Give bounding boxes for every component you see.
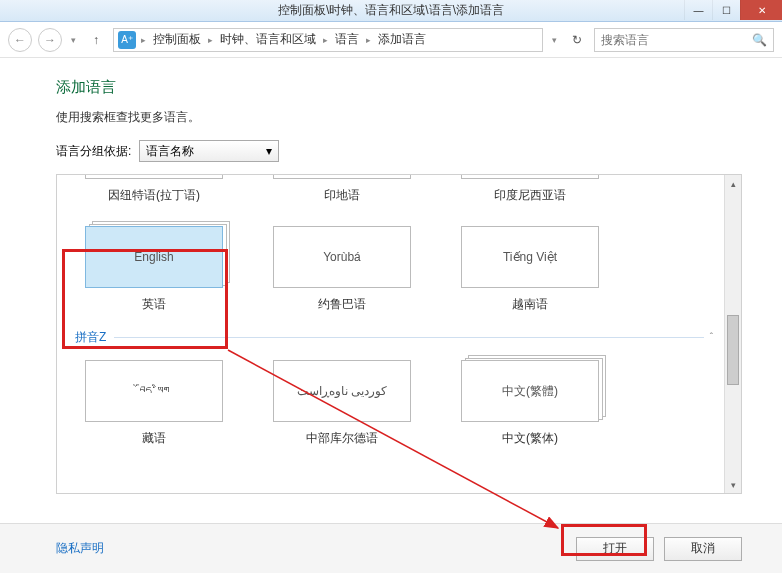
language-label: 英语 (142, 296, 166, 313)
privacy-link[interactable]: 隐私声明 (56, 540, 104, 557)
language-native-name: Tiếng Việt (503, 250, 557, 264)
language-native-name: English (134, 250, 173, 264)
language-native-name: کوردیی ناوەڕاست (297, 384, 387, 398)
group-by-row: 语言分组依据: 语言名称 ▾ (56, 140, 742, 162)
language-label: 越南语 (512, 296, 548, 313)
language-item[interactable]: 中文(繁體) 中文(繁体) (451, 360, 609, 447)
arrow-up-icon: ↑ (93, 33, 99, 47)
language-row: བོད་ཡིག 藏语 کوردیی ناوەڕاست 中部库尔德语 中文(繁體)… (65, 348, 723, 457)
language-tile: Inuktitut (85, 175, 223, 179)
language-item[interactable]: کوردیی ناوەڕاست 中部库尔德语 (263, 360, 421, 447)
chevron-right-icon: ▸ (205, 35, 216, 45)
window-title: 控制面板\时钟、语言和区域\语言\添加语言 (278, 2, 504, 19)
language-item[interactable]: Yorùbá 约鲁巴语 (263, 226, 421, 313)
group-header-label: 拼音Z (75, 329, 106, 346)
up-button[interactable]: ↑ (85, 29, 107, 51)
language-row: English 英语 Yorùbá 约鲁巴语 Tiếng Việt 越南语 (65, 214, 723, 323)
page-title: 添加语言 (56, 78, 742, 97)
language-label: 印度尼西亚语 (494, 187, 566, 204)
refresh-button[interactable]: ↻ (566, 29, 588, 51)
language-list: Inuktitut 因纽特语(拉丁语) नेपाली 印地语 Bahasa In… (56, 174, 742, 494)
language-label: 约鲁巴语 (318, 296, 366, 313)
minimize-button[interactable]: — (684, 0, 712, 20)
titlebar: 控制面板\时钟、语言和区域\语言\添加语言 — ☐ ✕ (0, 0, 782, 22)
language-item-english[interactable]: English 英语 (75, 226, 233, 313)
breadcrumb-item[interactable]: 添加语言 (376, 31, 428, 48)
breadcrumb-item[interactable]: 控制面板 (151, 31, 203, 48)
breadcrumb-item[interactable]: 时钟、语言和区域 (218, 31, 318, 48)
language-tile: བོད་ཡིག (85, 360, 223, 422)
history-dropdown[interactable]: ▾ (71, 35, 76, 45)
chevron-right-icon: ▸ (363, 35, 374, 45)
search-icon: 🔍 (752, 33, 767, 47)
language-native-name: 中文(繁體) (502, 383, 558, 400)
language-label: 中文(繁体) (502, 430, 558, 447)
hint-text: 使用搜索框查找更多语言。 (56, 109, 742, 126)
back-button[interactable]: ← (8, 28, 32, 52)
language-tile: English (85, 226, 223, 288)
language-native-name: Yorùbá (323, 250, 361, 264)
language-tile: کوردیی ناوەڕاست (273, 360, 411, 422)
search-box[interactable]: 🔍 (594, 28, 774, 52)
language-item[interactable]: བོད་ཡིག 藏语 (75, 360, 233, 447)
cancel-button[interactable]: 取消 (664, 537, 742, 561)
open-button[interactable]: 打开 (576, 537, 654, 561)
language-tile: Yorùbá (273, 226, 411, 288)
close-button[interactable]: ✕ (740, 0, 782, 20)
group-by-select[interactable]: 语言名称 ▾ (139, 140, 279, 162)
language-native-name: བོད་ཡིག (139, 384, 169, 398)
toolbar: ← → ▾ ↑ A⁺ ▸ 控制面板 ▸ 时钟、语言和区域 ▸ 语言 ▸ 添加语言… (0, 22, 782, 58)
language-label: 中部库尔德语 (306, 430, 378, 447)
refresh-icon: ↻ (572, 33, 582, 47)
language-label: 因纽特语(拉丁语) (108, 187, 200, 204)
language-label: 藏语 (142, 430, 166, 447)
language-item[interactable]: नेपाली 印地语 (263, 179, 421, 204)
group-by-value: 语言名称 (146, 143, 194, 160)
scroll-up-icon[interactable]: ▴ (725, 175, 741, 192)
language-item[interactable]: Inuktitut 因纽特语(拉丁语) (75, 179, 233, 204)
forward-button[interactable]: → (38, 28, 62, 52)
breadcrumb[interactable]: A⁺ ▸ 控制面板 ▸ 时钟、语言和区域 ▸ 语言 ▸ 添加语言 (113, 28, 543, 52)
arrow-right-icon: → (44, 33, 56, 47)
language-item[interactable]: Bahasa Indonesia 印度尼西亚语 (451, 179, 609, 204)
breadcrumb-item[interactable]: 语言 (333, 31, 361, 48)
group-by-label: 语言分组依据: (56, 143, 131, 160)
scrollbar[interactable]: ▴ ▾ (724, 175, 741, 493)
globe-icon: A⁺ (118, 31, 136, 49)
chevron-down-icon: ▾ (266, 144, 272, 158)
footer: 隐私声明 打开 取消 (0, 523, 782, 573)
language-tile: Tiếng Việt (461, 226, 599, 288)
search-input[interactable] (601, 33, 752, 47)
divider (114, 337, 703, 338)
language-tile: Bahasa Indonesia (461, 175, 599, 179)
collapse-icon[interactable]: ˆ (710, 332, 713, 343)
language-row: Inuktitut 因纽特语(拉丁语) नेपाली 印地语 Bahasa In… (65, 175, 723, 214)
chevron-right-icon: ▸ (138, 35, 149, 45)
content-area: 添加语言 使用搜索框查找更多语言。 语言分组依据: 语言名称 ▾ Inuktit… (0, 58, 782, 494)
breadcrumb-dropdown[interactable]: ▾ (552, 35, 557, 45)
language-item[interactable]: Tiếng Việt 越南语 (451, 226, 609, 313)
language-label: 印地语 (324, 187, 360, 204)
arrow-left-icon: ← (14, 33, 26, 47)
group-header-z[interactable]: 拼音Z ˆ (65, 323, 723, 348)
window-controls: — ☐ ✕ (684, 0, 782, 20)
scroll-thumb[interactable] (727, 315, 739, 385)
language-tile: नेपाली (273, 175, 411, 179)
chevron-right-icon: ▸ (320, 35, 331, 45)
scroll-down-icon[interactable]: ▾ (725, 476, 741, 493)
language-tile: 中文(繁體) (461, 360, 599, 422)
maximize-button[interactable]: ☐ (712, 0, 740, 20)
